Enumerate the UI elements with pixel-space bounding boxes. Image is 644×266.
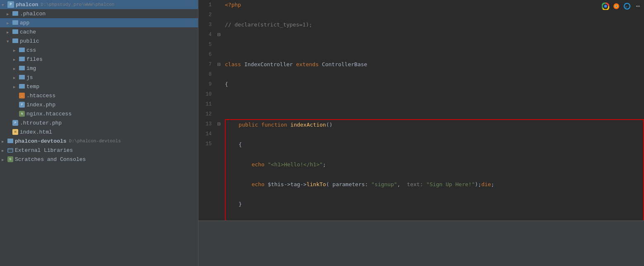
more-icon[interactable]: ⋯ — [633, 2, 642, 11]
folder-icon-temp — [19, 84, 25, 89]
line-num-5: 5 — [198, 42, 215, 48]
line-num-4: 4 — [198, 32, 215, 38]
line-num-12: 12 — [198, 111, 215, 117]
sidebar-item-js-dir[interactable]: js — [0, 73, 198, 82]
sidebar-item-temp-dir[interactable]: temp — [0, 82, 198, 91]
img-dir-arrow — [13, 65, 19, 72]
sidebar-item-cache-dir[interactable]: cache — [0, 27, 198, 36]
bottom-bar — [198, 220, 644, 266]
public-dir-arrow — [7, 38, 12, 44]
gutter-line-6: 6 — [198, 50, 223, 60]
line-num-9: 9 — [198, 81, 215, 87]
sidebar-item-app-dir[interactable]: app — [0, 18, 198, 27]
fold-13[interactable]: ⊟ — [215, 121, 223, 127]
folder-icon-phalcon — [12, 11, 18, 16]
app-dir-arrow — [7, 20, 12, 26]
gutter-line-5: 5 — [198, 40, 223, 50]
gutter-line-13: 13 ⊟ — [198, 119, 223, 129]
code-line-5: { — [225, 79, 644, 89]
sidebar-item-css-dir[interactable]: css — [0, 46, 198, 55]
project-arrow-down — [2, 2, 7, 8]
htaccess-icon: . — [19, 93, 25, 98]
ext-libraries-label: External Libraries — [15, 147, 73, 153]
temp-dir-arrow — [13, 84, 19, 90]
chrome-icon[interactable] — [601, 2, 610, 11]
ext-lib-arrow — [2, 147, 7, 153]
svg-point-6 — [615, 5, 617, 7]
fold-7[interactable]: ⊟ — [215, 61, 223, 68]
project-root-label: phalcon — [16, 2, 38, 8]
svg-rect-0 — [8, 149, 13, 152]
line-num-3: 3 — [198, 22, 215, 28]
code-line-11: } — [226, 199, 643, 209]
sidebar-item-phalcon-devtools[interactable]: phalcon-devtools D:\phalcon-devtools — [0, 137, 198, 146]
code-line-10: echo $this->tag->linkTo( parameters: "si… — [226, 180, 643, 189]
line-num-14: 14 — [198, 131, 215, 137]
index-html-icon: H — [12, 129, 18, 135]
sidebar-item-public-dir[interactable]: public — [0, 36, 198, 46]
sidebar-item-index-html[interactable]: H index.html — [0, 127, 198, 137]
folder-icon-app — [12, 20, 18, 25]
ext-libraries-icon — [7, 147, 13, 153]
code-content-area[interactable]: <?php // declare(strict_types=1); class … — [223, 0, 644, 220]
sidebar-item-img-dir[interactable]: img — [0, 64, 198, 73]
phalcon-devtools-label: phalcon-devtools — [15, 138, 67, 144]
code-pre: <?php // declare(strict_types=1); class … — [225, 0, 644, 220]
sidebar-item-htrouter[interactable]: P .htrouter.php — [0, 118, 198, 127]
project-root[interactable]: P phalcon D:\phpstudy_pro\WWW\phalcon — [0, 0, 198, 9]
gutter-line-15: 15 — [198, 139, 223, 149]
gutter-line-14: 14 — [198, 129, 223, 139]
sidebar-item-phalcon-dir[interactable]: .phalcon — [0, 9, 198, 18]
code-line-2: // declare(strict_types=1); — [225, 20, 644, 30]
files-dir-label: files — [26, 56, 43, 62]
sidebar-item-external-libraries[interactable]: External Libraries — [0, 146, 198, 155]
sidebar-item-nginx-htaccess[interactable]: N nginx.htaccess — [0, 109, 198, 118]
folder-icon-devtools — [7, 139, 13, 143]
gutter-line-8: 8 — [198, 69, 223, 79]
temp-dir-label: temp — [26, 84, 39, 90]
gutter-line-9: 9 — [198, 79, 223, 89]
app-dir-label: app — [20, 20, 29, 26]
line-num-7: 7 — [198, 62, 215, 67]
fold-4[interactable]: ⊟ — [215, 31, 223, 38]
gutter-line-7: 7 ⊟ — [198, 60, 223, 69]
sidebar-item-scratches[interactable]: S Scratches and Consoles — [0, 155, 198, 164]
line-num-11: 11 — [198, 101, 215, 107]
code-line-7: public function indexAction() — [226, 120, 643, 130]
code-line-8: { — [226, 140, 643, 150]
sidebar-item-htaccess[interactable]: . .htaccess — [0, 91, 198, 100]
gutter-line-2: 2 — [198, 10, 223, 20]
line-num-6: 6 — [198, 52, 215, 58]
htrouter-label: .htrouter.php — [20, 120, 62, 126]
files-dir-arrow — [13, 56, 19, 62]
line-num-13: 13 — [198, 121, 215, 127]
scratches-icon: S — [7, 156, 13, 162]
code-line-9: echo "<h1>Hello!</h1>"; — [226, 160, 643, 170]
firefox-icon[interactable] — [612, 2, 621, 11]
folder-icon-js — [19, 75, 25, 79]
scratches-label: Scratches and Consoles — [15, 156, 86, 163]
gutter-line-1: 1 — [198, 0, 223, 10]
nginx-label: nginx.htaccess — [26, 111, 72, 117]
gutter-line-3: 3 — [198, 20, 223, 30]
gutter-line-4: 4 ⊟ — [198, 30, 223, 40]
line-num-2: 2 — [198, 12, 215, 18]
code-editor: e ⋯ 1 2 3 4 ⊟ 5 — [198, 0, 644, 266]
gutter-line-10: 10 — [198, 89, 223, 99]
code-main-area: 1 2 3 4 ⊟ 5 6 7 — [198, 0, 644, 220]
scratches-arrow — [2, 156, 7, 163]
sidebar-item-files-dir[interactable]: files — [0, 55, 198, 64]
code-line-6 — [225, 99, 644, 109]
line-num-1: 1 — [198, 2, 215, 8]
red-border-block: public function indexAction() { echo "<h… — [225, 119, 644, 220]
phalcon-dir-arrow — [7, 11, 12, 17]
nginx-icon: N — [19, 111, 25, 117]
phalcon-dir-label: .phalcon — [20, 11, 45, 17]
folder-icon-img — [19, 66, 25, 70]
ie-icon[interactable]: e — [623, 2, 632, 11]
sidebar-item-index-php[interactable]: P index.php — [0, 100, 198, 109]
css-dir-arrow — [13, 47, 19, 53]
phalcon-devtools-arrow — [2, 138, 7, 144]
folder-icon-public — [12, 38, 18, 43]
line-num-15: 15 — [198, 141, 215, 147]
